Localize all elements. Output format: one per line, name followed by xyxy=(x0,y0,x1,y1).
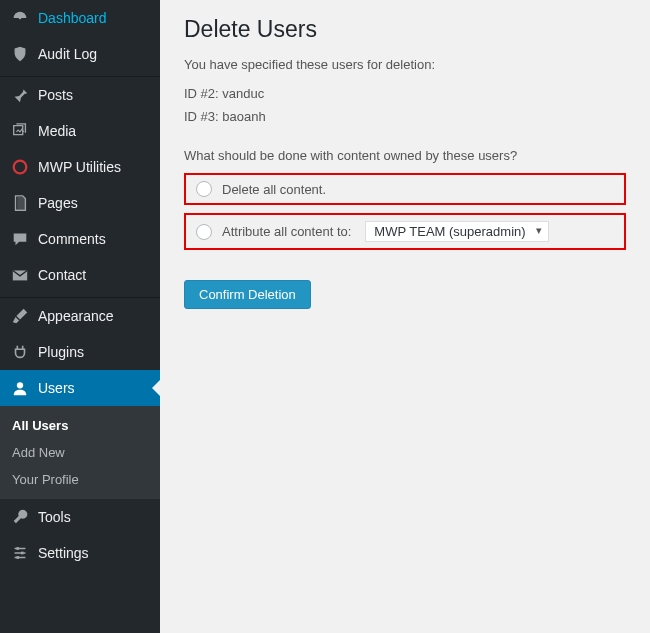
sidebar-item-label: Users xyxy=(38,380,75,396)
brush-icon xyxy=(10,306,30,326)
sidebar-item-pages[interactable]: Pages xyxy=(0,185,160,221)
sidebar-item-label: Tools xyxy=(38,509,71,525)
sidebar-item-label: Contact xyxy=(38,267,86,283)
confirm-deletion-button[interactable]: Confirm Deletion xyxy=(184,280,311,309)
sidebar-item-label: MWP Utilities xyxy=(38,159,121,175)
submenu-item-all-users[interactable]: All Users xyxy=(0,412,160,439)
sidebar-item-posts[interactable]: Posts xyxy=(0,77,160,113)
user-icon xyxy=(10,378,30,398)
sidebar-item-comments[interactable]: Comments xyxy=(0,221,160,257)
option-delete-all[interactable]: Delete all content. xyxy=(184,173,626,205)
dashboard-icon xyxy=(10,8,30,28)
submenu-item-add-new[interactable]: Add New xyxy=(0,439,160,466)
mail-icon xyxy=(10,265,30,285)
attribute-user-value: MWP TEAM (superadmin) xyxy=(374,224,525,239)
shield-icon xyxy=(10,44,30,64)
intro-text: You have specified these users for delet… xyxy=(184,57,626,72)
sliders-icon xyxy=(10,543,30,563)
sidebar-item-label: Appearance xyxy=(38,308,114,324)
main-content: Delete Users You have specified these us… xyxy=(160,0,650,633)
sidebar-item-contact[interactable]: Contact xyxy=(0,257,160,293)
svg-point-3 xyxy=(17,382,23,388)
svg-rect-5 xyxy=(21,552,24,555)
sidebar-item-label: Audit Log xyxy=(38,46,97,62)
svg-rect-4 xyxy=(16,547,19,550)
pages-icon xyxy=(10,193,30,213)
sidebar-item-users[interactable]: Users xyxy=(0,370,160,406)
radio-attribute[interactable] xyxy=(196,224,212,240)
user-list: ID #2: vanducID #3: baoanh xyxy=(184,86,626,124)
user-entry: ID #3: baoanh xyxy=(184,109,626,124)
sidebar-item-label: Pages xyxy=(38,195,78,211)
media-icon xyxy=(10,121,30,141)
confirm-label: Confirm Deletion xyxy=(199,287,296,302)
user-entry: ID #2: vanduc xyxy=(184,86,626,101)
radio-delete-all[interactable] xyxy=(196,181,212,197)
sidebar-item-label: Media xyxy=(38,123,76,139)
page-title: Delete Users xyxy=(184,16,626,43)
svg-point-1 xyxy=(14,161,27,174)
sidebar-item-plugins[interactable]: Plugins xyxy=(0,334,160,370)
plug-icon xyxy=(10,342,30,362)
sidebar-item-tools[interactable]: Tools xyxy=(0,499,160,535)
sidebar-item-settings[interactable]: Settings xyxy=(0,535,160,571)
option-delete-label: Delete all content. xyxy=(222,182,326,197)
sidebar-item-media[interactable]: Media xyxy=(0,113,160,149)
sidebar-item-label: Settings xyxy=(38,545,89,561)
svg-rect-6 xyxy=(16,556,19,559)
sidebar-item-mwp-utilities[interactable]: MWP Utilities xyxy=(0,149,160,185)
sidebar-item-label: Dashboard xyxy=(38,10,107,26)
sidebar-item-appearance[interactable]: Appearance xyxy=(0,298,160,334)
option-attribute[interactable]: Attribute all content to: MWP TEAM (supe… xyxy=(184,213,626,250)
sidebar-item-label: Posts xyxy=(38,87,73,103)
users-submenu: All UsersAdd NewYour Profile xyxy=(0,406,160,499)
ring-icon xyxy=(10,157,30,177)
admin-sidebar: DashboardAudit LogPostsMediaMWP Utilitie… xyxy=(0,0,160,633)
wrench-icon xyxy=(10,507,30,527)
submenu-item-your-profile[interactable]: Your Profile xyxy=(0,466,160,493)
sidebar-item-label: Comments xyxy=(38,231,106,247)
content-prompt: What should be done with content owned b… xyxy=(184,148,626,163)
comments-icon xyxy=(10,229,30,249)
sidebar-item-label: Plugins xyxy=(38,344,84,360)
sidebar-item-dashboard[interactable]: Dashboard xyxy=(0,0,160,36)
sidebar-item-audit-log[interactable]: Audit Log xyxy=(0,36,160,72)
option-attribute-label: Attribute all content to: xyxy=(222,224,351,239)
pin-icon xyxy=(10,85,30,105)
attribute-user-select[interactable]: MWP TEAM (superadmin) xyxy=(365,221,548,242)
